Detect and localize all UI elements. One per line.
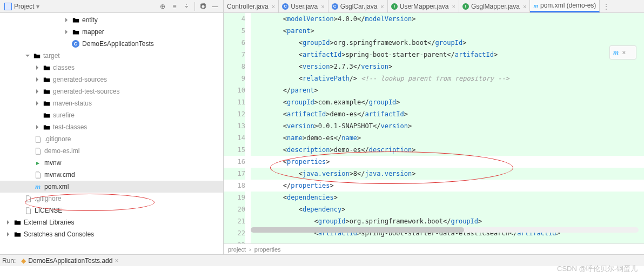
interface-icon: I [391, 3, 398, 10]
expand-all-button[interactable]: ≡ [169, 1, 180, 12]
code-line: <parent> [251, 25, 644, 37]
tree-class-tests[interactable]: CDemoEsApplicationTests [0, 38, 223, 50]
breadcrumb-item[interactable]: properties [254, 246, 281, 253]
close-icon[interactable]: × [523, 3, 526, 10]
code-line: </properties> [251, 180, 644, 192]
tree-label: maven-status [53, 100, 92, 107]
tab-gsglmapper[interactable]: IGsglMapper.java× [459, 0, 530, 12]
tree-folder-mapper[interactable]: mapper [0, 26, 223, 38]
tab-usermapper[interactable]: IUserMapper.java× [388, 0, 459, 12]
collapse-all-button[interactable]: ÷ [180, 1, 192, 12]
tree-file-gitignore-root[interactable]: .gitignore [0, 193, 223, 205]
code-line: <artifactId>demo-es</artifactId> [251, 108, 644, 120]
line-number: 10 [224, 84, 245, 96]
library-icon [13, 218, 22, 227]
run-config-name: DemoEsApplicationTests.add [28, 257, 112, 265]
tree-file-license[interactable]: LICENSE [0, 205, 223, 216]
folder-icon [42, 123, 51, 131]
project-tool-window[interactable]: Project ▾ ⊕ ≡ ÷ — entity mapper CDemoEsA… [0, 0, 224, 254]
tab-gsglcar[interactable]: CGsglCar.java× [328, 0, 388, 12]
class-icon: C [282, 3, 289, 10]
chevron-right-icon [63, 28, 70, 36]
editor-panel: Controller.java× CUser.java× CGsglCar.ja… [224, 0, 644, 254]
tree-folder-gen-test-sources[interactable]: generated-test-sources [0, 85, 223, 97]
tree-label: mvnw [44, 159, 61, 167]
run-bar: Run: ◆ DemoEsApplicationTests.add × [0, 254, 644, 266]
tree-folder-test-classes[interactable]: test-classes [0, 121, 223, 133]
maven-icon: m [33, 182, 42, 191]
run-config-selector[interactable]: ◆ DemoEsApplicationTests.add × [19, 257, 120, 265]
close-icon[interactable]: × [452, 3, 455, 10]
select-opened-file-button[interactable]: ⊕ [157, 1, 169, 12]
close-icon[interactable]: × [380, 3, 384, 10]
tree-folder-maven-status[interactable]: maven-status [0, 97, 223, 109]
tree-label: pom.xml [44, 183, 69, 190]
chevron-right-icon [4, 230, 12, 238]
tab-label: GsglMapper.java [471, 3, 520, 10]
tabs-overflow[interactable]: ⋮ [600, 0, 613, 12]
tree-file-mvnw[interactable]: ▸mvnw [0, 157, 223, 169]
chevron-right-icon [33, 123, 41, 131]
code-line: <artifactId>spring-boot-starter-parent</… [251, 49, 644, 61]
tree-folder-surefire[interactable]: surefire [0, 109, 223, 121]
run-test-icon: ◆ [21, 257, 26, 265]
breadcrumb-item[interactable]: project [228, 246, 246, 253]
chevron-right-icon [33, 100, 41, 107]
folder-icon [71, 28, 80, 36]
file-icon [33, 170, 42, 179]
tree-folder-entity[interactable]: entity [0, 14, 223, 26]
project-tree[interactable]: entity mapper CDemoEsApplicationTests ta… [0, 13, 223, 254]
maven-reload-hint[interactable]: m× [609, 45, 636, 60]
tree-label: test-classes [53, 123, 87, 131]
project-view-selector[interactable]: Project ▾ [2, 3, 42, 10]
editor-body[interactable]: ✓1 4 5 6 7 8 9 10 11 12 13 14 15 16 17 1… [224, 13, 644, 243]
chevron-right-icon [33, 88, 41, 95]
tab-controller[interactable]: Controller.java× [224, 0, 279, 12]
tree-label: Scratches and Consoles [24, 230, 94, 238]
hide-button[interactable]: — [209, 1, 221, 12]
tab-pom[interactable]: mpom.xml (demo-es) [530, 0, 600, 12]
folder-icon [71, 16, 80, 24]
tab-label: pom.xml (demo-es) [540, 2, 596, 9]
maven-icon: m [613, 48, 619, 57]
close-icon[interactable]: × [321, 3, 324, 10]
chevron-right-icon [33, 76, 41, 83]
breadcrumb[interactable]: project › properties [224, 243, 644, 254]
line-number: 13 [224, 120, 245, 132]
tab-label: GsglCar.java [340, 3, 378, 10]
scrollbar-thumb[interactable] [251, 227, 464, 233]
tree-file-gitignore[interactable]: .gitignore [0, 133, 223, 145]
tree-file-pom[interactable]: mpom.xml [0, 181, 223, 193]
code-line: <java.version>8</java.version> [251, 168, 644, 180]
tree-file-iml[interactable]: demo-es.iml [0, 145, 223, 157]
file-icon [33, 147, 42, 155]
code-line: </parent> [251, 84, 644, 96]
line-number: 8 [224, 61, 245, 72]
tree-external-libraries[interactable]: External Libraries [0, 216, 223, 228]
tree-folder-target[interactable]: target [0, 50, 223, 62]
close-icon[interactable]: × [272, 3, 275, 10]
tree-label: mapper [82, 28, 104, 36]
tree-folder-gen-sources[interactable]: generated-sources [0, 74, 223, 85]
horizontal-scrollbar[interactable] [251, 227, 639, 233]
line-number: 17 [224, 168, 245, 180]
project-title: Project [14, 3, 34, 10]
folder-icon [42, 63, 51, 72]
code-line: <version>0.0.1-SNAPSHOT</version> [251, 120, 644, 132]
code-area[interactable]: <modelVersion>4.0.0</modelVersion> <pare… [251, 13, 644, 243]
tree-scratches[interactable]: Scratches and Consoles [0, 228, 223, 240]
settings-button[interactable] [197, 1, 209, 12]
tab-user[interactable]: CUser.java× [279, 0, 328, 12]
file-icon [33, 135, 42, 143]
tree-label: entity [82, 16, 98, 24]
close-icon[interactable]: × [622, 49, 626, 56]
line-number: 9 [224, 72, 245, 84]
tree-file-mvnw-cmd[interactable]: mvnw.cmd [0, 169, 223, 181]
code-line: <groupId>org.springframework.boot</group… [251, 37, 644, 49]
tree-label: generated-sources [53, 76, 107, 83]
tree-folder-classes[interactable]: classes [0, 62, 223, 74]
close-icon[interactable]: × [115, 257, 118, 265]
code-line: <version>2.7.3</version> [251, 61, 644, 72]
tab-label: Controller.java [227, 3, 269, 10]
class-icon: C [71, 39, 80, 48]
